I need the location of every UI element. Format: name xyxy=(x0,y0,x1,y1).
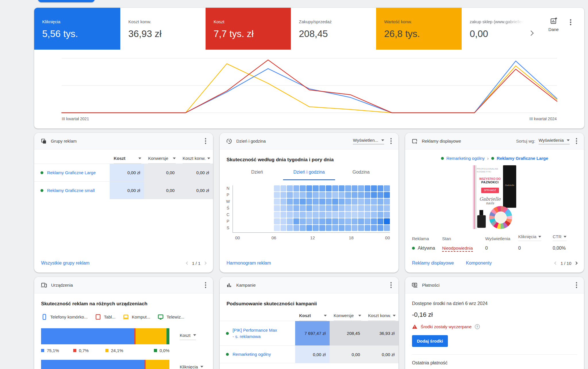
metric-tile-koszt[interactable]: Koszt 7,7 tys. zł xyxy=(206,8,291,50)
next-page-chevron-icon[interactable] xyxy=(574,261,577,265)
sort-arrow-icon xyxy=(538,236,541,238)
column-header-koszt[interactable]: Koszt xyxy=(295,313,330,321)
column-header-koszt-konw[interactable]: Koszt konw. xyxy=(364,313,399,321)
policy-status-link[interactable]: Nieodpowiednia xyxy=(442,246,473,252)
ad-brand-logo: Gabrielle nails xyxy=(477,196,503,205)
heatmap-cell xyxy=(358,225,364,231)
heatmap-cell xyxy=(371,205,377,211)
campaigns-overflow-menu[interactable] xyxy=(389,280,393,290)
bar-segment-2 xyxy=(146,360,169,369)
pagination: 1 / 10 xyxy=(555,261,577,266)
ad-schedule-icon xyxy=(226,138,232,144)
heatmap-cell xyxy=(268,212,274,218)
heatmap-cell xyxy=(242,192,248,198)
column-header-ctr[interactable]: CTR xyxy=(553,234,577,241)
heatmap-cell xyxy=(293,192,299,198)
tab-godzina[interactable]: Godzina xyxy=(335,170,387,180)
heatmap-cell xyxy=(261,205,267,211)
heatmap-cell xyxy=(293,212,299,218)
next-page-chevron-icon[interactable] xyxy=(203,261,206,265)
ad-groups-overflow-menu[interactable] xyxy=(204,136,208,146)
display-ads-link[interactable]: Reklamy displayowe xyxy=(412,261,454,266)
metric-tile-zakupy[interactable]: Zakupy/sprzedaż 208,45 xyxy=(291,8,376,50)
metric-label: Koszt xyxy=(214,19,291,24)
column-header-konwersje[interactable]: Konwersje xyxy=(144,156,179,164)
legend-item-tablet: Tabl... xyxy=(95,314,115,320)
metric-tile-koszt-konw[interactable]: Koszt konw. 36,93 zł xyxy=(120,8,206,50)
breadcrumb-adgroup-link[interactable]: Reklamy Graficzne Large xyxy=(497,156,548,161)
heatmap-cell xyxy=(371,192,377,198)
heatmap-cell xyxy=(352,185,358,191)
heatmap-cell xyxy=(365,199,371,205)
column-header-klikniecia[interactable]: Kliknięcia xyxy=(518,234,553,241)
heatmap-hour-tick: 18 xyxy=(349,235,354,240)
all-ad-groups-link[interactable]: Wszystkie grupy reklam xyxy=(41,261,90,266)
ad-color-wheel-image xyxy=(489,206,512,229)
next-metrics-chevron-icon[interactable] xyxy=(528,30,533,36)
heatmap-hour-axis: 0006121800 xyxy=(235,233,390,241)
components-link[interactable]: Komponenty xyxy=(466,261,492,266)
heatmap-cell xyxy=(235,185,241,191)
column-header-koszt-konw[interactable]: Koszt konw. xyxy=(179,156,213,164)
ad-schedule-link[interactable]: Harmonogram reklam xyxy=(227,261,271,266)
day-hour-overflow-menu[interactable] xyxy=(389,136,393,146)
devices-legend: Telefony komórko... Tabl... Komput... Te… xyxy=(34,307,213,320)
metric-select[interactable]: Wyświetlen... xyxy=(353,138,384,144)
cell-koszt: 0,00 zł xyxy=(295,346,330,363)
sort-arrow-icon xyxy=(138,158,141,159)
ad-creative-preview[interactable]: PROFESJONALNE KOSMETYKI WSZYSTKO DO PAZN… xyxy=(473,165,516,229)
column-header-konwersje[interactable]: Konwersje xyxy=(330,313,364,321)
metric-tile-wartosc-konw[interactable]: Wartość konw. 26,8 tys. xyxy=(376,8,462,50)
campaign-link[interactable]: Remarketing ogólny xyxy=(233,351,271,358)
heatmap-cell xyxy=(326,205,332,211)
heatmap-day-label: W xyxy=(226,199,230,205)
display-ads-overflow-menu[interactable] xyxy=(575,136,579,146)
sort-by-select[interactable]: Wyświetlenia xyxy=(539,138,569,144)
ad-group-link[interactable]: Reklamy Graficzne small xyxy=(47,187,95,194)
heatmap-cell xyxy=(332,205,338,211)
heatmap-cell xyxy=(281,205,287,211)
sort-arrow-icon xyxy=(324,315,327,316)
tab-dzien-i-godzina[interactable]: Dzień i godzina xyxy=(283,170,335,180)
heatmap-cell xyxy=(274,199,280,205)
ad-group-link[interactable]: Reklamy Graficzne Large xyxy=(47,170,96,176)
tab-dzien[interactable]: Dzień xyxy=(231,170,283,180)
bar-metric-select[interactable]: Kliknięcia xyxy=(180,364,203,369)
heatmap-cell xyxy=(378,205,384,211)
ad-decor-stripes xyxy=(473,165,476,229)
heatmap-cell xyxy=(313,199,319,205)
heatmap-cell xyxy=(365,205,371,211)
heatmap-cell xyxy=(326,218,332,224)
column-header-koszt[interactable]: Koszt xyxy=(110,156,144,164)
cell-koszt-konw: 0,00 zł xyxy=(179,164,213,181)
heatmap-cell xyxy=(274,192,280,198)
ad-group-row: Reklamy Graficzne Large 0,00 zł 0,00 0,0… xyxy=(34,164,213,181)
bar-metric-select[interactable]: Koszt xyxy=(180,333,196,340)
day-hour-card: Dzień i godzina Wyświetlen... Skutecznoś… xyxy=(220,133,399,273)
heatmap-cell xyxy=(365,185,371,191)
metric-tile-zakup-sklep[interactable]: zakup sklep (www.gabriellen… 0,00 xyxy=(462,8,526,50)
heatmap-cell xyxy=(319,185,325,191)
column-header-stan: Stan xyxy=(442,236,485,241)
add-funds-button[interactable]: Dodaj środki xyxy=(412,335,448,347)
payments-overflow-menu[interactable] xyxy=(575,280,579,290)
campaign-link[interactable]: [PIK] Performance Max- s. reklamowa xyxy=(233,327,277,340)
help-icon[interactable]: ? xyxy=(475,324,480,329)
devices-overflow-menu[interactable] xyxy=(204,280,208,290)
prev-page-chevron-icon[interactable] xyxy=(554,261,558,265)
bar-group-koszt: Koszt xyxy=(41,328,206,344)
ad-groups-footer: Wszystkie grupy reklam 1 / 1 xyxy=(34,261,213,273)
scorecard-overflow-menu[interactable] xyxy=(569,18,572,27)
top-nav-button-cutoff[interactable] xyxy=(38,0,95,2)
breadcrumb-campaign-link[interactable]: Remarketing ogólny xyxy=(446,156,485,161)
dane-button[interactable]: Dane xyxy=(545,17,562,32)
heatmap-cell xyxy=(332,185,338,191)
heatmap-cell xyxy=(248,225,254,231)
legend-item-computer: Komput... xyxy=(123,314,150,320)
heatmap-hour-tick: 12 xyxy=(310,235,315,240)
cell-koszt: 0,00 zł xyxy=(110,164,144,181)
tv-icon xyxy=(157,314,164,320)
metric-tile-klikniecia[interactable]: Kliknięcia 5,56 tys. xyxy=(34,8,120,50)
metric-value: 7,7 tys. zł xyxy=(214,28,291,39)
prev-page-chevron-icon[interactable] xyxy=(186,261,189,265)
